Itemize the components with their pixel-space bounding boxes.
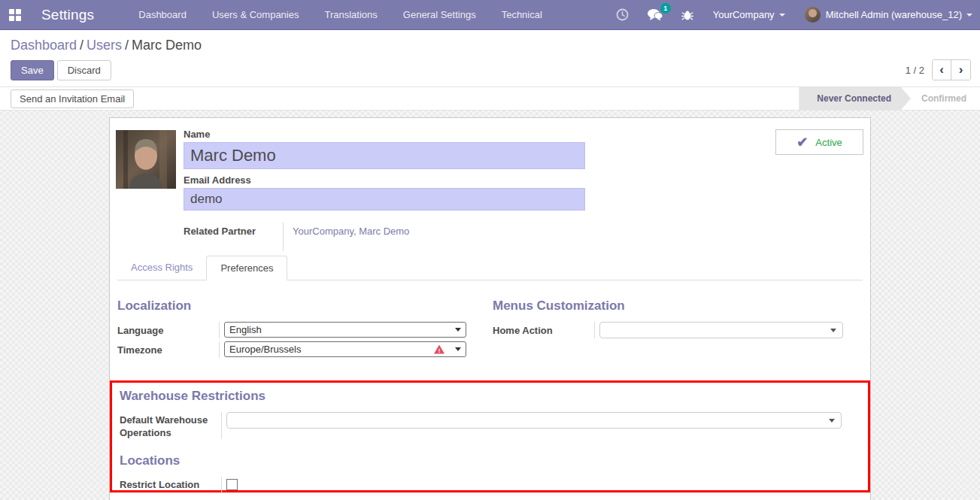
messages-count-badge: 1: [660, 3, 671, 14]
debug-bug-icon[interactable]: [681, 8, 693, 21]
breadcrumb-dashboard[interactable]: Dashboard: [11, 38, 77, 53]
locations-title: Locations: [120, 453, 868, 468]
apps-menu-icon[interactable]: [9, 9, 21, 21]
timezone-label: Timezone: [117, 341, 219, 358]
localization-section: Localization Language English Timezone: [117, 298, 487, 361]
discard-button[interactable]: Discard: [57, 60, 111, 80]
email-label: Email Address: [184, 174, 585, 186]
main-fields: Name Email Address Related Partner YourC…: [184, 129, 585, 251]
navbar-right: 1 YourCompany Mitchell Admin (wareho: [598, 0, 972, 30]
dropdown-caret-icon: [829, 419, 835, 423]
highlight-red-box: Warehouse Restrictions Default Warehouse…: [110, 380, 870, 492]
status-never-connected[interactable]: Never Connected: [799, 87, 911, 110]
menu-translations[interactable]: Translations: [311, 0, 390, 30]
breadcrumb-users[interactable]: Users: [86, 38, 122, 53]
tab-access-rights[interactable]: Access Rights: [117, 256, 206, 280]
timezone-value: Europe/Brussels: [229, 344, 434, 355]
active-label: Active: [815, 137, 842, 148]
dropdown-caret-icon: [830, 329, 836, 332]
language-label: Language: [117, 322, 219, 338]
control-panel: Dashboard/Users/Marc Demo Save Discard 1…: [0, 30, 980, 87]
chevron-down-icon: [779, 14, 785, 17]
check-icon: ✔: [796, 134, 808, 150]
language-row: Language English: [117, 322, 487, 338]
timezone-select[interactable]: Europe/Brussels !: [224, 341, 466, 357]
preferences-tab-content: Localization Language English Timezone: [117, 278, 863, 361]
app-title[interactable]: Settings: [41, 7, 94, 23]
name-input[interactable]: [184, 142, 585, 169]
restrict-location-label: Restrict Location: [120, 477, 221, 493]
language-select[interactable]: English: [224, 322, 466, 338]
user-name: Mitchell Admin (warehouse_12): [826, 9, 962, 20]
related-partner-link[interactable]: YourCompany, Marc Demo: [284, 223, 409, 237]
home-action-field[interactable]: [599, 322, 843, 338]
breadcrumb-current: Marc Demo: [132, 38, 202, 53]
button-row: Save Discard: [11, 60, 969, 80]
notebook-tabs: Access Rights Preferences: [117, 255, 863, 280]
default-warehouse-row: Default Warehouse Operations: [120, 412, 868, 439]
default-warehouse-field[interactable]: [226, 412, 842, 429]
menu-dashboard[interactable]: Dashboard: [126, 0, 199, 30]
home-action-label: Home Action: [493, 322, 594, 338]
timezone-warning-icon: !: [434, 345, 444, 354]
menus-customization-section: Menus Customization Home Action: [487, 298, 863, 361]
home-action-row: Home Action: [493, 322, 863, 338]
menu-users-companies[interactable]: Users & Companies: [199, 0, 312, 30]
localization-title: Localization: [117, 298, 487, 314]
related-partner-label: Related Partner: [184, 223, 283, 237]
user-photo[interactable]: [116, 130, 176, 189]
pager-previous-button[interactable]: ‹: [933, 60, 951, 80]
pager-count: 1 / 2: [906, 65, 924, 76]
messages-icon[interactable]: 1: [647, 8, 663, 21]
menus-customization-title: Menus Customization: [493, 298, 863, 314]
restrict-location-checkbox[interactable]: [226, 479, 238, 490]
statusbar: Never Connected Confirmed: [799, 87, 980, 110]
tab-preferences[interactable]: Preferences: [206, 256, 287, 280]
pager-next-button[interactable]: ›: [951, 60, 970, 80]
action-status-row: Send an Invitation Email Never Connected…: [0, 87, 980, 111]
language-value: English: [229, 324, 451, 335]
menu-technical[interactable]: Technical: [489, 0, 555, 30]
save-button[interactable]: Save: [11, 60, 54, 80]
menu-general-settings[interactable]: General Settings: [390, 0, 489, 30]
select-arrow-icon: [455, 347, 461, 351]
related-partner-row: Related Partner YourCompany, Marc Demo: [184, 223, 585, 251]
top-navbar: Settings Dashboard Users & Companies Tra…: [0, 0, 980, 30]
settings-user-form-screen: Settings Dashboard Users & Companies Tra…: [0, 0, 980, 500]
name-label: Name: [184, 129, 585, 140]
form-sheet: Name Email Address Related Partner YourC…: [109, 117, 871, 500]
main-menu: Dashboard Users & Companies Translations…: [126, 0, 555, 30]
user-menu[interactable]: Mitchell Admin (warehouse_12): [805, 7, 972, 23]
company-name: YourCompany: [713, 9, 775, 20]
default-warehouse-label: Default Warehouse Operations: [120, 412, 221, 439]
user-avatar: [805, 7, 821, 23]
email-input[interactable]: [184, 188, 585, 211]
activities-clock-icon[interactable]: [616, 8, 629, 21]
select-arrow-icon: [455, 328, 461, 332]
breadcrumb: Dashboard/Users/Marc Demo: [11, 38, 969, 53]
pager: 1 / 2 ‹ ›: [906, 59, 971, 80]
timezone-row: Timezone Europe/Brussels !: [117, 341, 487, 358]
restrict-location-row: Restrict Location: [120, 477, 868, 493]
active-toggle-button[interactable]: ✔ Active: [775, 129, 863, 155]
chevron-down-icon: [966, 14, 972, 17]
company-switcher[interactable]: YourCompany: [713, 9, 785, 20]
warehouse-restrictions-title: Warehouse Restrictions: [120, 389, 868, 404]
status-confirmed[interactable]: Confirmed: [911, 87, 980, 110]
send-invitation-email-button[interactable]: Send an Invitation Email: [11, 89, 134, 108]
